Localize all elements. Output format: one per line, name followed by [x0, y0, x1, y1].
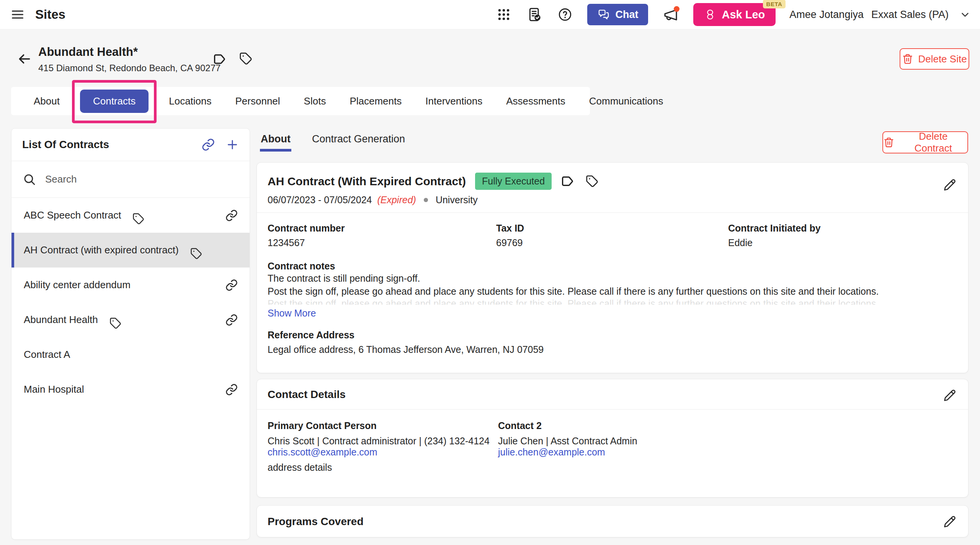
contract-tab-contract-generation[interactable]: Contract Generation — [312, 133, 405, 152]
contract-list-item-abundant-health[interactable]: Abundant Health — [11, 302, 250, 337]
contract-title: AH Contract (With Expired Contract) — [268, 175, 466, 188]
contract-name: ABC Speech Contract — [24, 209, 121, 221]
field-tax-id: Tax ID 69769 — [496, 223, 728, 248]
tasks-button[interactable] — [526, 6, 543, 23]
contract-search-input[interactable] — [44, 173, 238, 186]
hamburger-icon — [11, 8, 24, 21]
contract-name: Ability center addendum — [24, 279, 131, 291]
tab-about[interactable]: About — [22, 95, 72, 107]
chat-button[interactable]: Chat — [587, 4, 648, 25]
programs-covered-card: Programs Covered — [256, 505, 969, 537]
help-button[interactable] — [557, 6, 573, 23]
chevron-down-icon — [959, 9, 971, 20]
back-button[interactable] — [16, 51, 33, 67]
contact-label: Contact 2 — [498, 420, 957, 431]
topbar-actions: Chat Ask Leo BETA Amee Jotangiya Exxat S… — [495, 3, 971, 26]
contracts-panel-actions — [201, 138, 239, 152]
edit-programs-button[interactable] — [942, 514, 957, 529]
last-updated-text: Last updated by Ashish Maharaja on 07/28… — [268, 371, 957, 373]
delete-site-button[interactable]: Delete Site — [900, 48, 969, 70]
tag-icon — [109, 317, 121, 329]
page-title: Sites — [35, 7, 65, 22]
field-value: Eddie — [728, 237, 957, 248]
contact-email-link[interactable]: chris.scott@example.com — [268, 447, 377, 457]
top-bar: Sites Chat Ask Leo BETA — [0, 0, 980, 29]
link-contract-icon[interactable] — [201, 138, 215, 152]
contract-tab-about[interactable]: About — [261, 133, 291, 152]
hamburger-menu-button[interactable] — [10, 7, 25, 22]
tab-placements[interactable]: Placements — [338, 95, 413, 107]
apps-grid-button[interactable] — [495, 6, 512, 23]
tab-contracts[interactable]: Contracts — [80, 90, 149, 113]
account-name: Exxat Sales (PA) — [871, 9, 949, 21]
contract-detail-tabs: AboutContract Generation — [261, 133, 405, 152]
link-icon[interactable] — [225, 209, 238, 222]
leo-logo-icon — [704, 8, 716, 21]
reference-address: Reference Address Legal office address, … — [268, 330, 957, 355]
link-icon[interactable] — [225, 279, 238, 292]
contract-fields: Contract number 1234567 Tax ID 69769 Con… — [268, 223, 957, 248]
truncated-note-line: Post the sign off, please go ahead and p… — [268, 298, 957, 305]
delete-contract-label: Delete Contract — [899, 131, 967, 154]
contract-list-item-main-hospital[interactable]: Main Hospital — [11, 372, 250, 407]
field-label: Contract Initiated by — [728, 223, 957, 234]
pencil-icon — [943, 178, 956, 191]
user-menu[interactable]: Amee Jotangiya Exxat Sales (PA) — [789, 9, 971, 21]
delete-contract-button[interactable]: Delete Contract — [882, 131, 968, 153]
contract-notes-label: Contract notes — [268, 261, 957, 272]
trash-icon — [883, 137, 895, 148]
contract-list-item-abc-speech-contract[interactable]: ABC Speech Contract — [11, 198, 250, 233]
tab-personnel[interactable]: Personnel — [224, 95, 292, 107]
contact-line: Julie Chen | Asst Contract Admin — [498, 436, 957, 447]
announcements-button[interactable] — [662, 6, 679, 23]
link-icon[interactable] — [225, 383, 238, 396]
reference-address-label: Reference Address — [268, 330, 957, 341]
contract-tag-icons — [561, 174, 598, 188]
link-icon[interactable] — [225, 313, 238, 326]
contract-name: Main Hospital — [24, 383, 84, 395]
edit-contact-details-button[interactable] — [942, 388, 957, 403]
site-address: 415 Diamond St, Redondo Beach, CA 90277 — [38, 63, 220, 73]
contract-name: AH Contract (with expired contract) — [24, 244, 179, 256]
ask-leo-button[interactable]: Ask Leo BETA — [693, 3, 776, 26]
contact-details-title: Contact Details — [257, 379, 968, 410]
contacts: Primary Contact Person Chris Scott | Con… — [257, 410, 968, 473]
contracts-panel-title: List Of Contracts — [22, 139, 109, 151]
field-label: Tax ID — [496, 223, 728, 234]
contact-details-card: Contact Details Primary Contact Person C… — [256, 379, 969, 498]
contact-email-link[interactable]: julie.chen@example.com — [498, 447, 605, 457]
beta-badge: BETA — [763, 0, 786, 8]
contract-notes: Contract notes The contract is still pen… — [268, 261, 957, 319]
tag-icon[interactable] — [239, 52, 252, 65]
tag-icon[interactable] — [586, 175, 598, 188]
label-icon[interactable] — [561, 174, 575, 188]
tab-assessments[interactable]: Assessments — [494, 95, 577, 107]
tab-locations[interactable]: Locations — [157, 95, 223, 107]
contract-list-item-contract-a[interactable]: Contract A — [11, 337, 250, 372]
edit-contract-button[interactable] — [942, 177, 957, 193]
apps-grid-icon — [497, 7, 511, 22]
tab-slots[interactable]: Slots — [292, 95, 338, 107]
user-name: Amee Jotangiya — [789, 9, 864, 21]
contract-date-range: 06/07/2023 - 07/05/2024 — [268, 194, 372, 206]
page: Sites Chat Ask Leo BETA — [0, 0, 980, 545]
tab-interventions[interactable]: Interventions — [413, 95, 494, 107]
programs-covered-title: Programs Covered — [257, 506, 968, 537]
dot-separator — [424, 198, 428, 202]
trash-icon — [902, 53, 913, 65]
label-icon[interactable] — [213, 52, 227, 66]
contract-header: AH Contract (With Expired Contract) Full… — [257, 163, 968, 213]
status-badge: Fully Executed — [475, 173, 552, 190]
contract-about-card: AH Contract (With Expired Contract) Full… — [256, 162, 969, 373]
help-icon — [558, 7, 572, 22]
field-contract-initiated-by: Contract Initiated by Eddie — [728, 223, 957, 248]
contact-line: Chris Scott | Contract administrator | (… — [268, 436, 498, 447]
show-more-link[interactable]: Show More — [268, 308, 316, 319]
add-contract-icon[interactable] — [226, 138, 239, 151]
tab-communications[interactable]: Communications — [577, 95, 675, 107]
contract-list-item-ability-center-addendum[interactable]: Ability center addendum — [11, 268, 250, 302]
contract-list-item-ah-contract-with-expired-contract[interactable]: AH Contract (with expired contract) — [11, 233, 250, 268]
site-name: Abundant Health* — [38, 45, 138, 59]
contact-extra: address details — [268, 462, 498, 473]
contracts-panel: List Of Contracts ABC Speech Contract AH… — [11, 128, 250, 540]
